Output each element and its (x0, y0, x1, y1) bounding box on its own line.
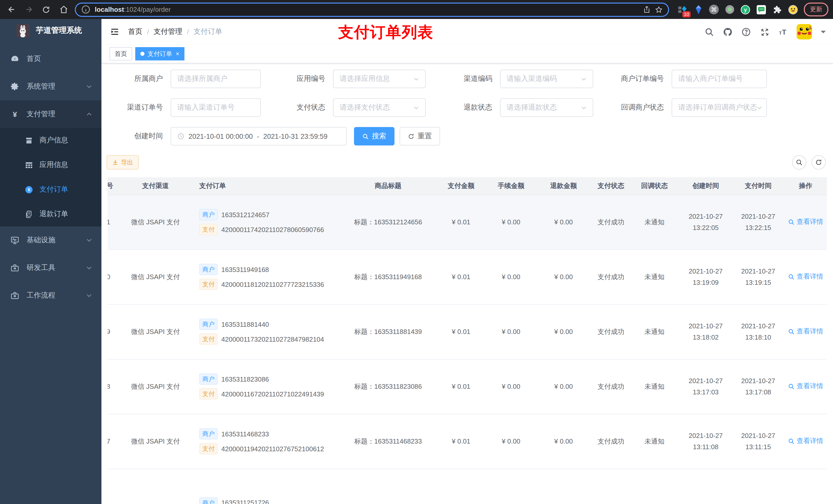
extension-y-icon[interactable]: y (740, 4, 751, 15)
extension-row: 10 ⌘ y 更新 ••• (677, 3, 833, 16)
cell-created-time: 2021-10-2713:19:09 (676, 249, 735, 304)
extension-command-icon[interactable]: ⌘ (709, 5, 719, 14)
sidebar-collapse-icon[interactable] (110, 27, 120, 37)
address-bar[interactable]: localhost:1024/pay/order (75, 2, 669, 17)
hide-search-button[interactable] (792, 155, 806, 170)
sidebar-item-system[interactable]: 系统管理 (0, 73, 101, 100)
callback-status-select[interactable]: 请选择订单回调商户状态 (672, 98, 767, 117)
sidebar-item-merchant-info[interactable]: 商户信息 (0, 128, 101, 153)
cell-pay-status: 支付成功 (589, 414, 633, 469)
sidebar: 芋道管理系统 首页 系统管理 (0, 19, 101, 504)
clock-icon (177, 133, 185, 140)
github-icon[interactable] (723, 27, 733, 37)
channel-code-select[interactable]: 请输入渠道编码 (500, 70, 593, 88)
app-select[interactable]: 请选择应用信息 (333, 70, 426, 88)
view-detail-link[interactable]: 查看详情 (788, 217, 823, 226)
select-arrow-icon (413, 76, 419, 82)
fullscreen-icon[interactable] (760, 27, 769, 37)
svg-text:¥: ¥ (13, 110, 17, 119)
profile-emoji-icon[interactable] (788, 4, 798, 15)
sidebar-item-pay-order[interactable]: ¥ 支付订单 (0, 177, 101, 202)
filter-label: 所属商户 (106, 74, 163, 83)
sidebar-item-app-info[interactable]: 应用信息 (0, 153, 101, 177)
cell-refund: ¥ 0.00 (538, 414, 589, 469)
placeholder-text: 请输入商户订单编号 (678, 74, 760, 83)
tab-close-icon[interactable]: × (176, 51, 179, 57)
sidebar-item-refund-order[interactable]: 退款订单 (0, 202, 101, 226)
user-avatar[interactable] (796, 24, 812, 40)
browser-home-icon[interactable] (57, 3, 70, 16)
placeholder-text: 请选择支付状态 (340, 103, 413, 112)
cell-channel: 微信 JSAPI 支付 (119, 195, 192, 249)
cell-channel: 微信 JSAPI 支付 (119, 414, 192, 469)
time-text: 13:18:02 (678, 332, 733, 343)
refresh-table-button[interactable] (811, 155, 826, 170)
sidebar-item-home[interactable]: 首页 (0, 45, 101, 73)
tab-pay-order[interactable]: 支付订单 × (135, 47, 185, 61)
date-end: 2021-10-31 23:59:59 (263, 133, 328, 140)
extension-record-icon[interactable] (724, 4, 735, 15)
breadcrumb-home[interactable]: 首页 (128, 27, 142, 37)
view-detail-link[interactable]: 查看详情 (788, 437, 823, 446)
order-number: 4200001167202110271022491439 (221, 390, 324, 398)
view-detail-link[interactable]: 查看详情 (788, 272, 823, 282)
filter-label: 渠道编码 (451, 74, 492, 83)
url-text[interactable]: localhost:1024/pay/order (95, 6, 639, 13)
browser-forward-icon[interactable] (23, 3, 35, 16)
extension-devtool-icon[interactable]: 10 (677, 4, 688, 15)
extensions-puzzle-icon[interactable] (772, 4, 782, 15)
view-detail-link[interactable]: 查看详情 (788, 327, 823, 336)
create-time-range-picker[interactable]: 2021-10-01 00:00:00 - 2021-10-31 23:59:5… (171, 127, 347, 145)
order-number: 4200001173202110272847982104 (221, 335, 324, 343)
site-info-icon[interactable] (81, 5, 91, 14)
extension-gem-icon[interactable] (693, 4, 704, 15)
merchant-select[interactable]: 请选择所属商户 (171, 70, 261, 88)
avatar-caret-icon[interactable] (821, 30, 826, 35)
browser-back-icon[interactable] (5, 3, 18, 16)
cell-notify-status: 未通知 (633, 359, 676, 414)
export-button[interactable]: 导出 (106, 155, 139, 170)
main-area: 首页 / 支付管理 / 支付订单 支付订单列表 TT (101, 19, 833, 504)
cell-empty (633, 469, 676, 504)
sidebar-item-dev-tools[interactable]: 研发工具 (0, 254, 101, 282)
search-icon[interactable] (705, 27, 714, 37)
table-tools (792, 155, 826, 170)
tab-home[interactable]: 首页 (110, 47, 132, 61)
sidebar-menu: 首页 系统管理 ¥ 支付管理 (0, 42, 101, 309)
order-no-line: 支付4200001194202110276752100612 (199, 443, 336, 454)
tab-label: 支付订单 (147, 49, 172, 58)
browser-reload-icon[interactable] (40, 3, 52, 16)
pay-status-select[interactable]: 请选择支付状态 (333, 98, 426, 117)
merchant-order-no-input[interactable]: 请输入商户订单编号 (672, 70, 767, 88)
font-size-icon[interactable]: TT (778, 27, 788, 37)
order-number: 1635312124657 (221, 211, 269, 218)
share-icon[interactable] (643, 6, 651, 13)
view-detail-link[interactable]: 查看详情 (788, 382, 823, 391)
sidebar-item-label: 商户信息 (40, 136, 68, 145)
link-label: 查看详情 (796, 217, 823, 226)
help-icon[interactable] (741, 27, 751, 37)
order-number: 1635311949168 (221, 266, 269, 273)
channel-order-no-input[interactable]: 请输入渠道订单号 (171, 98, 261, 117)
cell-id: 20 (108, 249, 119, 304)
reset-button[interactable]: 重置 (400, 127, 440, 145)
bookmark-star-icon[interactable] (655, 5, 663, 14)
browser-update-button[interactable]: 更新 (804, 3, 828, 16)
column-header: 编号 (108, 177, 119, 195)
cell-notify-status: 未通知 (633, 249, 676, 304)
cell-refund: ¥ 0.00 (538, 249, 589, 304)
placeholder-text: 请输入渠道编码 (507, 74, 581, 83)
refund-status-select[interactable]: 请选择退款状态 (500, 98, 593, 117)
app-logo[interactable]: 芋道管理系统 (0, 19, 101, 42)
order-number: 4200001181202110277723215336 (221, 281, 324, 288)
search-icon (788, 383, 794, 390)
extension-chat-icon[interactable] (756, 4, 766, 15)
yen-icon: ¥ (10, 110, 20, 119)
sidebar-item-payment[interactable]: ¥ 支付管理 (0, 100, 101, 128)
sidebar-item-workflow[interactable]: 工作流程 (0, 282, 101, 309)
sidebar-item-infrastructure[interactable]: 基础设施 (0, 226, 101, 254)
search-button[interactable]: 搜索 (354, 127, 395, 145)
cell-title: 标题：1635312124656 (338, 195, 438, 249)
order-no-line: 商户1635311949168 (199, 264, 336, 275)
breadcrumb-payment[interactable]: 支付管理 (154, 27, 182, 37)
